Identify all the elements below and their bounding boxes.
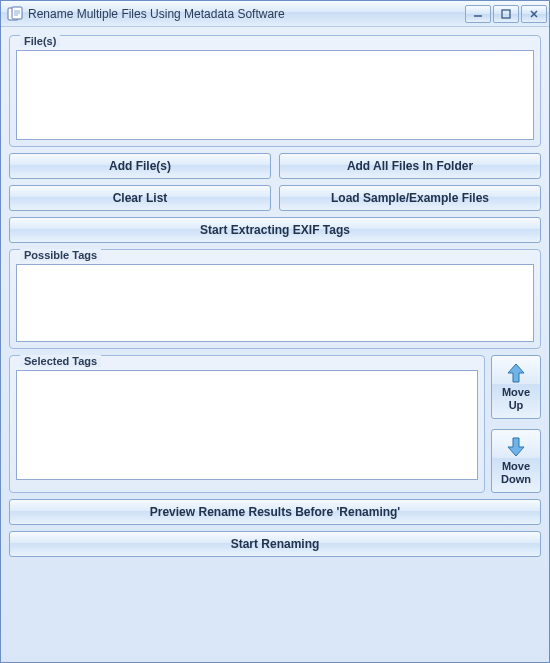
app-window: Rename Multiple Files Using Metadata Sof… xyxy=(0,0,550,663)
content-area: File(s) Add File(s) Add All Files In Fol… xyxy=(1,27,549,662)
file-buttons-row-2: Clear List Load Sample/Example Files xyxy=(9,185,541,211)
possible-tags-group: Possible Tags xyxy=(9,249,541,349)
close-button[interactable] xyxy=(521,5,547,23)
start-extract-button[interactable]: Start Extracting EXIF Tags xyxy=(9,217,541,243)
files-legend: File(s) xyxy=(20,35,60,47)
move-down-button[interactable]: Move Down xyxy=(491,429,541,493)
load-sample-button[interactable]: Load Sample/Example Files xyxy=(279,185,541,211)
arrow-up-icon xyxy=(505,362,527,384)
selected-tags-legend: Selected Tags xyxy=(20,355,101,367)
minimize-button[interactable] xyxy=(465,5,491,23)
add-all-files-button[interactable]: Add All Files In Folder xyxy=(279,153,541,179)
move-buttons-column: Move Up Move Down xyxy=(491,355,541,493)
clear-list-button[interactable]: Clear List xyxy=(9,185,271,211)
files-listbox[interactable] xyxy=(16,50,534,140)
start-rename-button[interactable]: Start Renaming xyxy=(9,531,541,557)
arrow-down-icon xyxy=(505,436,527,458)
selected-tags-listbox[interactable] xyxy=(16,370,478,480)
possible-tags-legend: Possible Tags xyxy=(20,249,101,261)
file-buttons-row-1: Add File(s) Add All Files In Folder xyxy=(9,153,541,179)
svg-rect-3 xyxy=(502,10,510,18)
add-files-button[interactable]: Add File(s) xyxy=(9,153,271,179)
window-buttons xyxy=(465,5,547,23)
titlebar: Rename Multiple Files Using Metadata Sof… xyxy=(1,1,549,27)
app-icon xyxy=(7,6,23,22)
move-up-button[interactable]: Move Up xyxy=(491,355,541,419)
preview-button[interactable]: Preview Rename Results Before 'Renaming' xyxy=(9,499,541,525)
files-group: File(s) xyxy=(9,35,541,147)
selected-tags-group: Selected Tags xyxy=(9,355,485,493)
window-title: Rename Multiple Files Using Metadata Sof… xyxy=(28,7,465,21)
move-down-label: Move Down xyxy=(494,460,538,486)
maximize-button[interactable] xyxy=(493,5,519,23)
move-up-label: Move Up xyxy=(494,386,538,412)
selected-tags-row: Selected Tags Move Up xyxy=(9,355,541,493)
possible-tags-listbox[interactable] xyxy=(16,264,534,342)
